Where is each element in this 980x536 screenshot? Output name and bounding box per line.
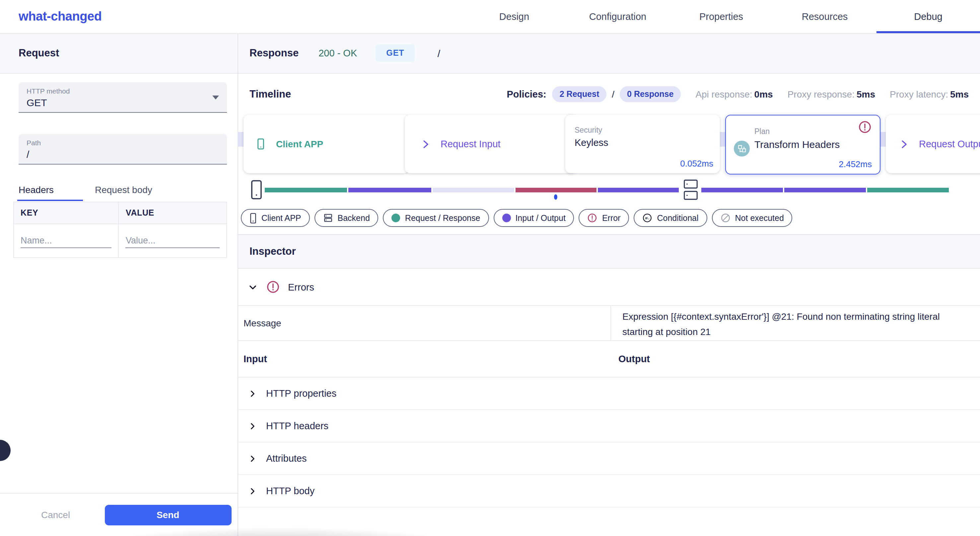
chevron-right-icon — [248, 421, 257, 430]
request-panel-header: Request — [0, 33, 237, 74]
legend-chip-not-executed: Not executed — [712, 209, 792, 227]
section-http-body[interactable]: HTTP body — [238, 475, 980, 507]
response-header: Response 200 - OK GET / — [238, 33, 980, 74]
response-policies-badge: 0 Response — [620, 86, 681, 102]
phone-icon — [251, 180, 262, 200]
output-header: Output — [618, 353, 650, 364]
chevron-right-icon — [899, 138, 909, 150]
timeline-card-plan-transform-headers[interactable]: Plan Transform Headers 2.452ms — [725, 115, 880, 175]
duration-value: 0.052ms — [680, 159, 713, 169]
server-icon — [323, 213, 333, 223]
header-value-input[interactable] — [126, 234, 220, 248]
timeline-bar — [238, 175, 980, 205]
chevron-right-icon — [421, 138, 431, 150]
path-label: Path — [27, 138, 219, 146]
timeline-header: Timeline Policies: 2 Request / 0 Respons… — [238, 74, 980, 115]
timeline-segment-teal — [265, 188, 347, 192]
response-panel: Response 200 - OK GET / Timeline Policie… — [238, 33, 980, 536]
legend-chip-backend: Backend — [315, 209, 379, 227]
section-http-headers[interactable]: HTTP headers — [238, 410, 980, 442]
header-name-input[interactable] — [21, 234, 112, 248]
response-path: / — [438, 48, 440, 59]
tab-headers[interactable]: Headers — [19, 184, 83, 201]
section-http-properties[interactable]: HTTP properties — [238, 377, 980, 410]
http-method-label: HTTP method — [27, 87, 219, 95]
api-response-metric: Api response: 0ms — [695, 89, 773, 100]
path-input[interactable]: Path / — [19, 134, 227, 164]
timeline-segment-purple — [701, 188, 783, 192]
send-button[interactable]: Send — [105, 504, 231, 525]
errors-section[interactable]: Errors — [238, 269, 980, 306]
http-method-select[interactable]: HTTP method GET — [19, 82, 227, 113]
chevron-right-icon — [248, 454, 257, 463]
error-icon — [587, 213, 598, 223]
teal-dot-icon — [392, 214, 401, 222]
inspector-title: Inspector — [250, 245, 296, 258]
input-output-header-row: Input Output — [238, 341, 980, 377]
request-panel: Request HTTP method GET Path / Headers R… — [0, 33, 238, 536]
request-title: Request — [19, 47, 59, 59]
top-bar: what-changed Design Configuration Proper… — [0, 0, 980, 34]
tab-resources[interactable]: Resources — [773, 0, 877, 33]
error-message-row: Message Expression [{#context.syntaxErro… — [238, 306, 980, 341]
duration-value: 2.452ms — [839, 159, 872, 169]
tab-request-body[interactable]: Request body — [83, 184, 188, 201]
svg-text:IF..: IF.. — [645, 216, 649, 220]
timeline-cards: Client APP Request Input Security Keyles… — [238, 115, 980, 175]
request-footer: Cancel Send — [0, 493, 237, 536]
path-value: / — [27, 149, 219, 160]
status-badge: 200 - OK — [318, 48, 357, 58]
conditional-icon: IF.. — [642, 213, 652, 223]
debug-page: what-changed Design Configuration Proper… — [0, 0, 980, 536]
legend-chip-conditional: IF.. Conditional — [634, 209, 707, 227]
tab-configuration[interactable]: Configuration — [566, 0, 670, 33]
timeline-card-client-app[interactable]: Client APP — [243, 115, 409, 173]
tab-properties[interactable]: Properties — [670, 0, 773, 33]
headers-table: KEY VALUE — [13, 202, 227, 258]
proxy-latency-metric: Proxy latency: 5ms — [890, 89, 969, 100]
timeline-legend: Client APP Backend Request / Response In… — [241, 209, 980, 227]
server-icon — [683, 177, 699, 202]
errors-title: Errors — [288, 282, 314, 292]
phone-icon — [250, 213, 257, 223]
timeline-title: Timeline — [250, 88, 291, 100]
message-label: Message — [238, 306, 611, 340]
key-column-header: KEY — [14, 202, 119, 224]
purple-dot-icon — [502, 214, 511, 222]
timeline-card-request-output[interactable]: Request Output — [886, 115, 980, 173]
chevron-down-icon — [212, 95, 219, 100]
tab-design[interactable]: Design — [463, 0, 566, 33]
message-value: Expression [{#context.syntaxError'}] @21… — [611, 306, 980, 340]
legend-chip-request-response: Request / Response — [383, 209, 489, 227]
timeline-card-security-keyless[interactable]: Security Keyless 0.052ms — [565, 115, 720, 173]
proxy-response-metric: Proxy response: 5ms — [788, 89, 875, 100]
inspector-header: Inspector — [238, 234, 980, 269]
timeline-card-request-input[interactable]: Request Input — [405, 115, 577, 173]
error-icon — [858, 120, 872, 134]
api-title: what-changed — [19, 9, 102, 24]
input-header: Input — [243, 353, 613, 364]
selected-policy-marker — [554, 194, 557, 200]
phone-icon — [254, 137, 267, 151]
section-attributes[interactable]: Attributes — [238, 442, 980, 475]
timeline-summary: Policies: 2 Request / 0 Response Api res… — [507, 86, 969, 102]
timeline-segment-lavender — [433, 188, 514, 192]
chevron-right-icon — [248, 487, 257, 495]
request-subtabs: Headers Request body — [19, 184, 237, 201]
legend-chip-error: Error — [579, 209, 629, 227]
http-method-value: GET — [27, 97, 219, 108]
timeline-segment-crimson — [515, 188, 597, 192]
policies-separator: / — [612, 89, 614, 100]
method-badge: GET — [375, 45, 415, 62]
tab-debug[interactable]: Debug — [877, 0, 980, 33]
chevron-right-icon — [248, 389, 257, 398]
policies-label: Policies: — [507, 89, 546, 100]
chevron-down-icon[interactable] — [248, 282, 258, 291]
request-policies-badge: 2 Request — [552, 86, 607, 102]
legend-chip-client-app: Client APP — [241, 209, 310, 227]
value-column-header: VALUE — [119, 202, 227, 224]
policy-icon — [734, 141, 750, 157]
timeline-segment-purple — [598, 188, 679, 192]
cancel-button[interactable]: Cancel — [37, 509, 74, 521]
timeline-segment-purple — [348, 188, 431, 192]
